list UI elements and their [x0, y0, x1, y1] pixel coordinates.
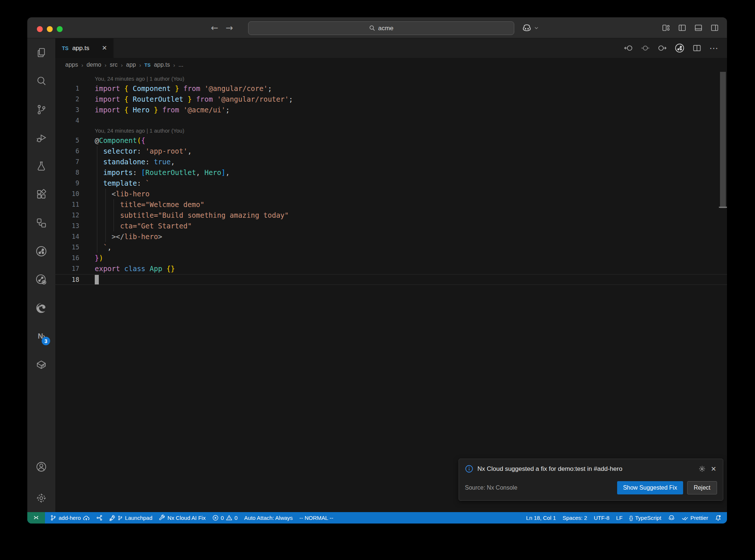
scrollbar-thumb[interactable]	[720, 72, 726, 208]
copilot-status-item[interactable]	[665, 512, 678, 524]
line-number: 3	[55, 105, 79, 115]
line-number: 5	[55, 135, 79, 146]
notification-close-icon[interactable]: ✕	[710, 465, 717, 473]
errors-icon	[212, 515, 219, 521]
code-line[interactable]: 1import { Component } from '@angular/cor…	[55, 83, 727, 94]
warnings-icon	[226, 515, 232, 521]
code-line[interactable]: 10 <lib-hero	[55, 189, 727, 199]
code-line[interactable]: 8 imports: [RouterOutlet, Hero],	[55, 167, 727, 178]
customize-layout-icon[interactable]	[662, 24, 670, 32]
nx-graph-icon[interactable]	[27, 237, 55, 265]
extensions-icon[interactable]	[27, 180, 55, 209]
code-line[interactable]: 5@Component({	[55, 135, 727, 146]
vim-mode-item[interactable]: -- NORMAL --	[296, 512, 337, 524]
copilot-menu[interactable]	[522, 22, 539, 34]
container-icon[interactable]	[27, 350, 55, 379]
command-center-search[interactable]: acme	[248, 21, 514, 35]
close-window-button[interactable]	[37, 26, 43, 32]
reject-button[interactable]: Reject	[687, 481, 717, 494]
navigate-back-button[interactable]: ←	[211, 23, 218, 33]
problems-item[interactable]: 0 0	[209, 512, 241, 524]
edge-browser-icon[interactable]	[27, 294, 55, 322]
notification-settings-icon[interactable]	[698, 465, 706, 473]
toggle-panel-icon[interactable]	[694, 24, 703, 32]
line-number: 13	[55, 221, 79, 231]
bell-icon	[715, 515, 721, 521]
tab-app-ts[interactable]: TS app.ts ✕	[55, 38, 114, 58]
toggle-primary-sidebar-icon[interactable]	[678, 24, 686, 32]
code-line[interactable]: 16})	[55, 253, 727, 263]
line-number: 18	[55, 274, 79, 285]
code-line[interactable]: 13 cta="Get Started"	[55, 221, 727, 231]
code-line[interactable]: 6 selector: 'app-root',	[55, 146, 727, 157]
navigate-forward-edit-icon[interactable]	[658, 43, 667, 53]
source-control-graph-item[interactable]	[93, 512, 106, 524]
nx-graph-action-icon[interactable]	[675, 43, 685, 53]
code-line[interactable]: 17export class App {}	[55, 263, 727, 274]
chevron-right-icon: ›	[105, 62, 107, 68]
code-line[interactable]: 7 standalone: true,	[55, 157, 727, 167]
line-number: 14	[55, 231, 79, 242]
run-debug-icon[interactable]	[27, 123, 55, 152]
code-line[interactable]: 11 title="Welcmoe demo"	[55, 199, 727, 210]
navigate-back-edit-icon[interactable]	[624, 43, 633, 53]
nx-graph-search-icon[interactable]	[27, 265, 55, 294]
split-editor-icon[interactable]	[692, 43, 702, 53]
line-number: 10	[55, 189, 79, 199]
breadcrumb-file[interactable]: app.ts	[154, 62, 170, 68]
activity-bar: N› 3	[27, 38, 55, 512]
code-line[interactable]: 2import { RouterOutlet } from '@angular/…	[55, 94, 727, 105]
code-line[interactable]: 3import { Hero } from '@acme/ui';	[55, 105, 727, 115]
minimize-window-button[interactable]	[47, 26, 53, 32]
auto-attach-item[interactable]: Auto Attach: Always	[241, 512, 296, 524]
code-line[interactable]: 4	[55, 115, 727, 126]
line-number: 7	[55, 157, 79, 167]
settings-gear-icon[interactable]	[27, 484, 55, 512]
zoom-window-button[interactable]	[57, 26, 63, 32]
launchpad-label: Launchpad	[125, 515, 152, 521]
breadcrumb-overflow[interactable]: ...	[178, 62, 183, 68]
accounts-icon[interactable]	[27, 452, 55, 481]
copilot-icon	[522, 23, 532, 33]
remote-indicator[interactable]	[27, 512, 45, 524]
breadcrumb-item[interactable]: src	[110, 62, 118, 68]
line-number: 6	[55, 146, 79, 157]
nx-console-icon[interactable]: N› 3	[27, 322, 55, 350]
remote-icon	[33, 515, 39, 521]
explorer-icon[interactable]	[27, 38, 55, 67]
testing-icon[interactable]	[27, 152, 55, 180]
branch-indicator[interactable]: add-hero	[47, 512, 93, 524]
hierarchy-view-icon[interactable]	[27, 209, 55, 237]
notifications-bell-item[interactable]	[711, 512, 725, 524]
close-tab-icon[interactable]: ✕	[102, 44, 107, 52]
encoding-item[interactable]: UTF-8	[591, 512, 613, 524]
cursor-position-item[interactable]: Ln 18, Col 1	[523, 512, 559, 524]
show-suggested-fix-button[interactable]: Show Suggested Fix	[617, 481, 683, 494]
code-line[interactable]: 12 subtitle="Build something amazing tod…	[55, 210, 727, 221]
code-line[interactable]: 9 template: `	[55, 178, 727, 189]
typescript-file-icon: TS	[145, 62, 151, 68]
indentation-item[interactable]: Spaces: 2	[559, 512, 591, 524]
breadcrumb-item[interactable]: demo	[87, 62, 101, 68]
code-editor[interactable]: You, 24 minutes ago | 1 author (You)1imp…	[55, 72, 727, 512]
nx-cloud-ai-fix-item[interactable]: Nx Cloud AI Fix	[156, 512, 209, 524]
launchpad-item[interactable]: Launchpad	[106, 512, 156, 524]
more-actions-icon[interactable]: ⋯	[709, 44, 718, 53]
source-control-icon[interactable]	[27, 95, 55, 123]
breadcrumb-item[interactable]: app	[126, 62, 136, 68]
notification-toast: Nx Cloud suggested a fix for demo:test i…	[459, 459, 723, 501]
eol-item[interactable]: LF	[613, 512, 626, 524]
notification-source: Source: Nx Console	[465, 484, 517, 491]
current-edit-icon[interactable]	[641, 43, 650, 53]
code-line[interactable]: 15 `,	[55, 242, 727, 253]
toggle-secondary-sidebar-icon[interactable]	[710, 24, 719, 32]
code-line[interactable]: 14 ></lib-hero>	[55, 231, 727, 242]
double-check-icon	[682, 515, 688, 521]
breadcrumb-item[interactable]: apps	[65, 62, 78, 68]
search-view-icon[interactable]	[27, 67, 55, 95]
navigate-forward-button[interactable]: →	[226, 23, 233, 33]
formatter-item[interactable]: Prettier	[678, 512, 711, 524]
language-mode-item[interactable]: {} TypeScript	[626, 512, 665, 524]
line-number: 1	[55, 83, 79, 94]
code-line[interactable]: 18	[55, 274, 727, 285]
